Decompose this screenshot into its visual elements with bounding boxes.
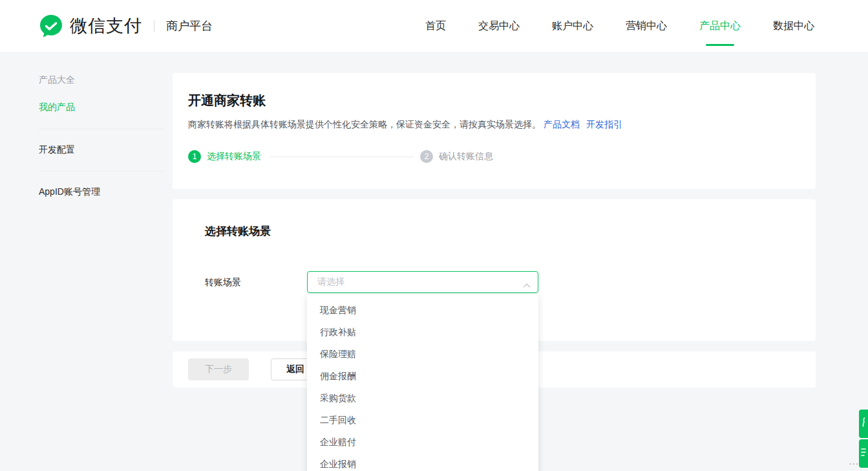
wechat-pay-logo[interactable]: 微信支付	[39, 14, 142, 38]
step-2-label: 确认转账信息	[439, 151, 493, 162]
stepper: 1 选择转账场景 2 确认转账信息	[188, 150, 795, 163]
dropdown-option[interactable]: 现金营销	[307, 299, 538, 321]
nav-item-label: 账户中心	[552, 19, 593, 33]
nav-item-data-center[interactable]: 数据中心	[773, 0, 814, 52]
step-1-label: 选择转账场景	[207, 151, 261, 162]
next-step-button[interactable]: 下一步	[188, 358, 249, 380]
transfer-scene-select-wrap: 请选择 现金营销 行政补贴 保险理赔 佣金报酬 采购货款 二手回收	[307, 271, 538, 293]
dropdown-option[interactable]: 保险理赔	[307, 343, 538, 365]
intro-card: 开通商家转账 商家转账将根据具体转账场景提供个性化安全策略，保证资金安全，请按真…	[173, 73, 816, 189]
corner-ellipsis: ...	[849, 455, 859, 466]
side-widget-top[interactable]	[859, 410, 868, 438]
nav-item-label: 产品中心	[699, 19, 741, 33]
nav-item-product-center[interactable]: 产品中心	[699, 0, 741, 52]
nav-item-marketing-center[interactable]: 营销中心	[626, 0, 667, 52]
sidebar: 产品大全 我的产品 开发配置 AppID账号管理	[39, 73, 165, 213]
product-doc-link[interactable]: 产品文档	[544, 119, 580, 129]
logo-wordmark: 微信支付	[70, 14, 142, 38]
nav-item-account-center[interactable]: 账户中心	[552, 0, 593, 52]
side-widget-top-icon	[860, 417, 867, 430]
transfer-scene-select[interactable]: 请选择	[307, 271, 538, 293]
nav-item-label: 交易中心	[478, 19, 520, 33]
transfer-scene-label: 转账场景	[205, 271, 307, 293]
nav-item-label: 首页	[425, 19, 446, 33]
app-header: 微信支付 商户平台 首页 交易中心 账户中心 营销中心 产品中心 数据中心	[0, 0, 868, 52]
sidebar-item-dev-config[interactable]: 开发配置	[39, 129, 165, 171]
nav-item-transaction-center[interactable]: 交易中心	[478, 0, 520, 52]
chevron-up-icon	[523, 279, 531, 290]
step-connector	[270, 157, 414, 157]
main-area: 开通商家转账 商家转账将根据具体转账场景提供个性化安全策略，保证资金安全，请按真…	[173, 73, 816, 398]
dropdown-option[interactable]: 佣金报酬	[307, 365, 538, 387]
page-title: 开通商家转账	[188, 91, 795, 110]
form-card: 选择转账场景 转账场景 请选择 现金营销 行政补贴	[173, 199, 816, 341]
dropdown-option[interactable]: 二手回收	[307, 409, 538, 431]
dropdown-option[interactable]: 采购货款	[307, 387, 538, 409]
intro-description: 商家转账将根据具体转账场景提供个性化安全策略，保证资金安全，请按真实场景选择。产…	[188, 118, 795, 131]
wechat-pay-logo-icon	[39, 14, 63, 38]
side-widget-bottom[interactable]	[859, 439, 868, 468]
sidebar-item-appid-management[interactable]: AppID账号管理	[39, 171, 165, 213]
transfer-scene-dropdown: 现金营销 行政补贴 保险理赔 佣金报酬 采购货款 二手回收 企业赔付 企业报销	[307, 294, 538, 471]
dropdown-option[interactable]: 企业赔付	[307, 431, 538, 453]
sidebar-section-label: 产品大全	[39, 74, 165, 86]
side-widget-bottom-icon	[860, 447, 867, 460]
page-content: 产品大全 我的产品 开发配置 AppID账号管理 开通商家转账 商家转账将根据具…	[0, 52, 868, 398]
nav-item-label: 营销中心	[626, 19, 667, 33]
step-1-indicator: 1	[188, 150, 201, 163]
dev-guide-link[interactable]: 开发指引	[586, 119, 622, 129]
form-section-title: 选择转账场景	[205, 224, 816, 239]
step-2-indicator: 2	[420, 150, 433, 163]
dropdown-option[interactable]: 企业报销	[307, 453, 538, 471]
main-nav: 首页 交易中心 账户中心 营销中心 产品中心 数据中心	[425, 0, 814, 52]
transfer-scene-row: 转账场景 请选择 现金营销 行政补贴 保险理赔 佣	[205, 271, 816, 293]
platform-title: 商户平台	[166, 18, 213, 34]
select-placeholder: 请选择	[317, 276, 344, 288]
dropdown-option[interactable]: 行政补贴	[307, 321, 538, 343]
intro-description-text: 商家转账将根据具体转账场景提供个性化安全策略，保证资金安全，请按真实场景选择。	[188, 119, 541, 129]
sidebar-item-my-products[interactable]: 我的产品	[39, 102, 165, 113]
nav-item-label: 数据中心	[773, 19, 814, 33]
nav-item-home[interactable]: 首页	[425, 0, 446, 52]
header-divider	[154, 20, 154, 32]
